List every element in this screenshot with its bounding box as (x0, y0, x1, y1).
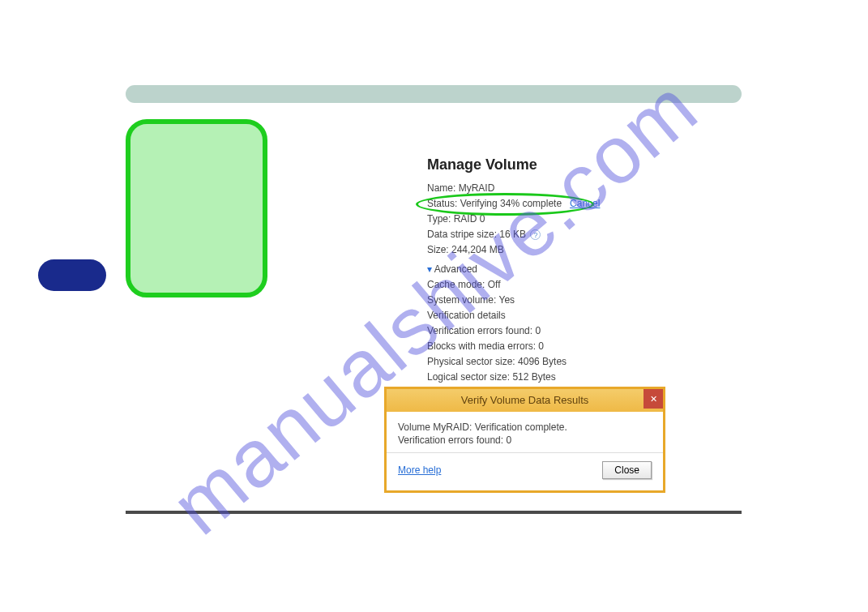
status-text: Status: Verifying 34% complete (427, 198, 562, 209)
dialog-title-text: Verify Volume Data Results (461, 394, 589, 406)
dialog-footer: More help Close (387, 452, 663, 490)
dialog-line2: Verification errors found: 0 (398, 434, 652, 446)
verif-errors-row: Verification errors found: 0 (427, 323, 695, 338)
blocks-media-row: Blocks with media errors: 0 (427, 339, 695, 353)
top-decor-bar (126, 85, 742, 103)
dialog-line1: Volume MyRAID: Verification complete. (398, 422, 652, 433)
page-tab-marker (38, 259, 106, 291)
cache-mode-row: Cache mode: Off (427, 277, 695, 292)
type-row: Type: RAID 0 (427, 212, 695, 226)
close-icon: ✕ (650, 394, 657, 404)
verification-details-row: Verification details (427, 308, 695, 323)
name-row: Name: MyRAID (427, 181, 695, 195)
manage-volume-panel: Manage Volume Name: MyRAID Status: Verif… (427, 154, 695, 385)
more-help-link[interactable]: More help (398, 464, 441, 476)
system-volume-row: System volume: Yes (427, 293, 695, 307)
cancel-link[interactable]: Cancel (570, 198, 600, 209)
phys-sector-row: Physical sector size: 4096 Bytes (427, 354, 695, 369)
advanced-toggle[interactable]: ▾ Advanced (427, 262, 695, 276)
log-sector-row: Logical sector size: 512 Bytes (427, 370, 695, 384)
advanced-label: Advanced (434, 263, 477, 275)
stripe-text: Data stripe size: 16 KB (427, 229, 526, 240)
bottom-divider (126, 511, 742, 514)
chevron-down-icon: ▾ (427, 263, 432, 275)
close-button[interactable]: Close (602, 461, 652, 479)
highlight-box-left (126, 119, 267, 297)
panel-heading: Manage Volume (427, 154, 695, 176)
dialog-titlebar: Verify Volume Data Results ✕ (387, 389, 663, 412)
dialog-body: Volume MyRAID: Verification complete. Ve… (387, 412, 663, 452)
stripe-row: Data stripe size: 16 KB ? (427, 227, 695, 242)
info-icon[interactable]: ? (530, 229, 541, 240)
status-row: Status: Verifying 34% complete Cancel (427, 196, 695, 211)
size-row: Size: 244,204 MB (427, 242, 695, 257)
dialog-close-button[interactable]: ✕ (644, 389, 663, 409)
results-dialog: Verify Volume Data Results ✕ Volume MyRA… (385, 387, 665, 492)
